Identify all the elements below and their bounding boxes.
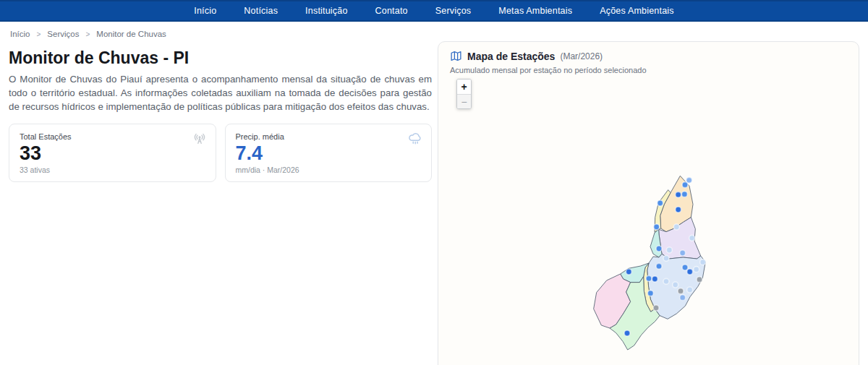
station-dot[interactable] bbox=[647, 291, 653, 296]
top-navigation: Início Notícias Instituição Contato Serv… bbox=[0, 0, 868, 22]
station-dot[interactable] bbox=[681, 192, 687, 197]
station-dot[interactable] bbox=[678, 288, 684, 294]
main-content: Monitor de Chuvas - PI O Monitor de Chuv… bbox=[0, 41, 868, 365]
page-title: Monitor de Chuvas - PI bbox=[9, 48, 432, 68]
station-dot[interactable] bbox=[626, 269, 631, 275]
station-dot[interactable] bbox=[646, 275, 652, 281]
station-dot[interactable] bbox=[694, 267, 699, 272]
station-dot[interactable] bbox=[687, 269, 693, 275]
map-zoom-control: + − bbox=[456, 79, 472, 109]
breadcrumb-separator: > bbox=[85, 30, 90, 38]
breadcrumb-separator: > bbox=[37, 30, 41, 38]
left-column: Monitor de Chuvas - PI O Monitor de Chuv… bbox=[9, 41, 432, 182]
map-panel-header: Mapa de Estações (Mar/2026) bbox=[450, 50, 847, 62]
station-dot[interactable] bbox=[663, 278, 669, 284]
avg-precip-sub: mm/dia · Mar/2026 bbox=[236, 166, 422, 174]
station-dot[interactable] bbox=[697, 277, 702, 283]
station-dot[interactable] bbox=[624, 330, 630, 336]
station-dot[interactable] bbox=[673, 224, 679, 230]
nav-item-metas-ambientais[interactable]: Metas Ambientais bbox=[498, 6, 572, 16]
station-dot[interactable] bbox=[689, 235, 695, 241]
station-dot[interactable] bbox=[673, 282, 678, 288]
station-dot[interactable] bbox=[658, 200, 663, 206]
map-panel-caption: Acumulado mensal por estação no período … bbox=[450, 66, 847, 74]
map-panel-period: (Mar/2026) bbox=[560, 51, 603, 61]
avg-precip-card: Precip. média 7.4 mm/dia · Mar/2026 bbox=[225, 124, 433, 183]
stat-cards: Total Estações 33 33 ativas Precip. bbox=[9, 124, 432, 183]
breadcrumb-current: Monitor de Chuvas bbox=[96, 30, 166, 38]
station-dot[interactable] bbox=[652, 276, 658, 282]
station-dot[interactable] bbox=[654, 224, 660, 230]
zoom-out-button[interactable]: − bbox=[457, 94, 471, 108]
nav-item-inicio[interactable]: Início bbox=[194, 6, 216, 16]
station-dot[interactable] bbox=[680, 250, 686, 256]
avg-precip-value: 7.4 bbox=[236, 143, 422, 165]
breadcrumb: Início > Serviços > Monitor de Chuvas bbox=[0, 22, 868, 41]
station-dot[interactable] bbox=[676, 207, 681, 212]
station-dot[interactable] bbox=[656, 263, 662, 269]
station-dot[interactable] bbox=[656, 246, 662, 252]
nav-item-servicos[interactable]: Serviços bbox=[435, 6, 472, 16]
total-stations-label: Total Estações bbox=[20, 132, 205, 141]
nav-item-instituicao[interactable]: Instituição bbox=[305, 6, 347, 16]
nav-item-acoes-ambientais[interactable]: Ações Ambientais bbox=[600, 6, 674, 16]
station-dot[interactable] bbox=[666, 247, 672, 253]
piaui-state-map[interactable] bbox=[587, 173, 724, 354]
station-dot[interactable] bbox=[663, 255, 669, 261]
station-dot[interactable] bbox=[676, 192, 681, 197]
nav-item-contato[interactable]: Contato bbox=[375, 6, 408, 16]
breadcrumb-inicio[interactable]: Início bbox=[10, 30, 30, 38]
station-dot[interactable] bbox=[682, 265, 688, 270]
station-dot[interactable] bbox=[687, 287, 693, 293]
rain-cloud-icon bbox=[407, 131, 423, 147]
antenna-icon bbox=[192, 131, 208, 147]
total-stations-card: Total Estações 33 33 ativas bbox=[9, 124, 216, 183]
stations-map-panel: Mapa de Estações (Mar/2026) Acumulado me… bbox=[438, 41, 859, 365]
breadcrumb-servicos[interactable]: Serviços bbox=[47, 30, 79, 38]
page-description: O Monitor de Chuvas do Piauí apresenta o… bbox=[9, 73, 432, 114]
nav-item-noticias[interactable]: Notícias bbox=[244, 6, 278, 16]
total-stations-sub: 33 ativas bbox=[20, 166, 205, 174]
map-icon bbox=[450, 50, 462, 62]
station-dot[interactable] bbox=[680, 295, 686, 301]
avg-precip-label: Precip. média bbox=[236, 132, 422, 141]
station-dot[interactable] bbox=[682, 182, 688, 188]
total-stations-value: 33 bbox=[20, 143, 205, 165]
station-dot[interactable] bbox=[653, 305, 659, 311]
station-dot[interactable] bbox=[700, 259, 706, 265]
map-panel-title: Mapa de Estações bbox=[467, 51, 555, 62]
zoom-in-button[interactable]: + bbox=[457, 80, 471, 94]
